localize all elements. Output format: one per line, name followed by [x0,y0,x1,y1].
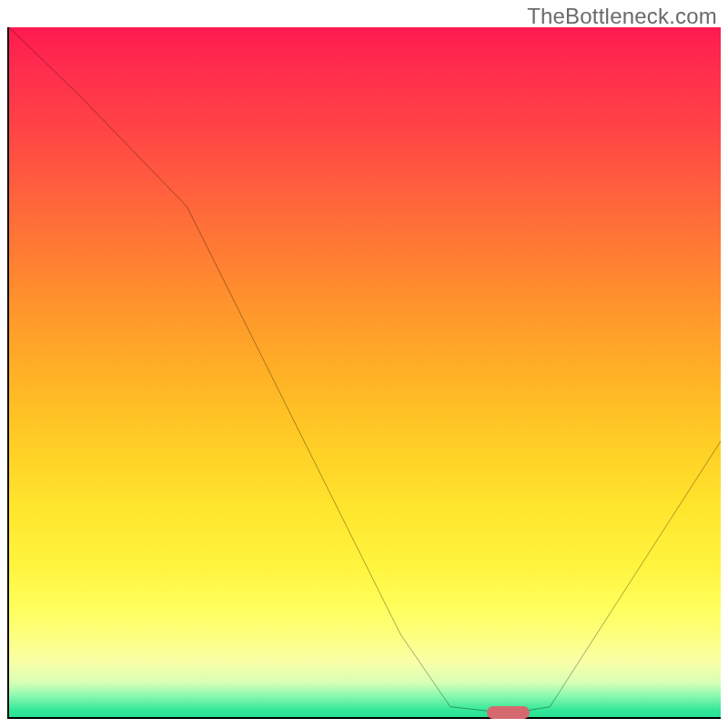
plot-area [7,27,721,719]
optimal-marker [487,706,530,719]
watermark-text: TheBottleneck.com [527,4,717,29]
bottleneck-curve [9,27,721,717]
